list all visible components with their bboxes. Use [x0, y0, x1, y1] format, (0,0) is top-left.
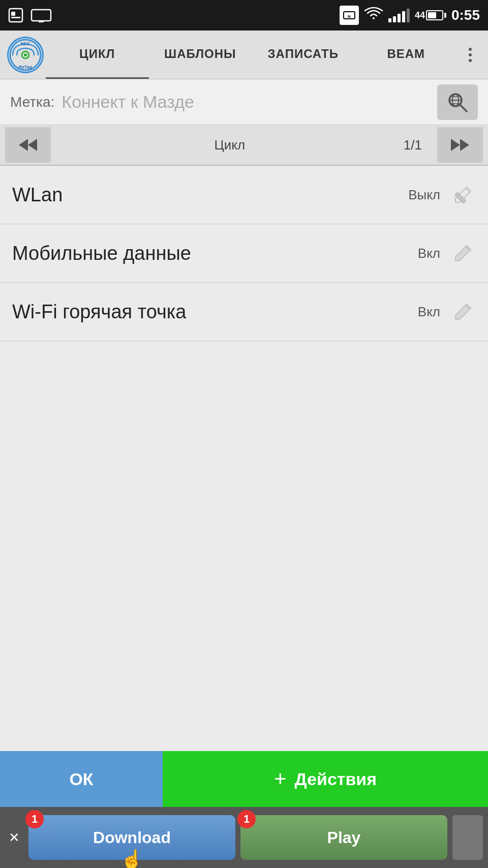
- status-left-icons: [8, 8, 52, 23]
- nav-tabs: ЦИКЛ ШАБЛОНЫ ЗАПИСАТЬ BEAM: [46, 31, 458, 79]
- label-value: Коннект к Мазде: [62, 92, 437, 112]
- status-bar: N 44 0:55: [0, 0, 488, 31]
- item-status-wlan: Выкл: [408, 187, 440, 203]
- svg-marker-20: [451, 139, 460, 151]
- item-name-hotspot: Wi-Fi горячая точка: [12, 301, 418, 323]
- tab-cycle[interactable]: ЦИКЛ: [46, 31, 149, 79]
- close-button[interactable]: ✕: [5, 828, 23, 847]
- svg-line-13: [460, 105, 467, 111]
- download-badge: 1: [25, 810, 44, 828]
- nfc-inner-icon: N: [343, 9, 356, 22]
- nav-bar: ReTag NFC ЦИКЛ ШАБЛОНЫ ЗАПИСАТЬ BEAM: [0, 31, 488, 79]
- screen-icon: [30, 8, 52, 23]
- download-bar: ✕ 1 Download ☝ 1 Play: [0, 807, 488, 868]
- sim-icon: [8, 8, 26, 23]
- item-status-mobile: Вкл: [418, 246, 440, 261]
- svg-marker-21: [460, 139, 469, 151]
- battery-icon: 44: [415, 10, 446, 21]
- status-time: 0:55: [451, 7, 480, 23]
- pencil-icon: [452, 184, 474, 205]
- items-list: WLan Выкл Мобильные данные Вкл: [0, 166, 488, 446]
- edit-mobile-button[interactable]: [450, 241, 476, 266]
- more-menu-button[interactable]: [458, 31, 483, 79]
- plus-icon: +: [274, 767, 287, 791]
- prev-icon: [18, 137, 38, 153]
- next-icon: [450, 137, 470, 153]
- edit-hotspot-button[interactable]: [450, 299, 476, 324]
- search-button[interactable]: [437, 84, 478, 120]
- logo-svg: ReTag NFC: [9, 38, 42, 72]
- extra-button[interactable]: [452, 815, 483, 860]
- play-label: Play: [327, 828, 361, 847]
- play-button[interactable]: 1 Play: [240, 815, 447, 860]
- label-prefix: Метка:: [10, 94, 54, 110]
- cycle-next-button[interactable]: [437, 127, 483, 163]
- svg-rect-1: [11, 12, 15, 16]
- bottom-buttons: ОК + Действия: [0, 751, 488, 807]
- tab-templates[interactable]: ШАБЛОНЫ: [149, 31, 252, 79]
- nfc-status-icon: N: [340, 6, 359, 25]
- tab-write[interactable]: ЗАПИСАТЬ: [252, 31, 355, 79]
- svg-point-9: [24, 53, 27, 56]
- list-item: Мобильные данные Вкл: [0, 224, 488, 283]
- item-name-mobile: Мобильные данные: [12, 243, 418, 264]
- svg-marker-18: [28, 139, 37, 151]
- wifi-icon: [364, 6, 383, 25]
- tab-beam[interactable]: BEAM: [355, 31, 458, 79]
- play-badge: 1: [237, 810, 256, 828]
- empty-area: [0, 446, 488, 751]
- download-label: Download: [93, 828, 171, 847]
- actions-button[interactable]: + Действия: [163, 751, 488, 807]
- item-status-hotspot: Вкл: [418, 304, 440, 320]
- status-right-icons: N 44 0:55: [340, 6, 480, 25]
- svg-rect-3: [32, 10, 51, 21]
- download-button[interactable]: 1 Download ☝: [28, 815, 235, 860]
- cycle-prev-button[interactable]: [5, 127, 51, 163]
- svg-rect-0: [9, 9, 22, 22]
- cursor-icon: ☝: [120, 849, 143, 868]
- svg-text:ReTag: ReTag: [19, 65, 33, 70]
- svg-rect-2: [11, 17, 20, 18]
- edit-wlan-button[interactable]: [450, 182, 476, 207]
- dot3: [469, 59, 472, 62]
- signal-bars-icon: [388, 8, 410, 22]
- dot1: [469, 48, 472, 51]
- ok-button[interactable]: ОК: [0, 751, 163, 807]
- cycle-label: Цикл: [56, 137, 404, 153]
- list-item: Wi-Fi горячая точка Вкл: [0, 283, 488, 341]
- search-icon: [445, 90, 470, 114]
- label-area: Метка: Коннект к Мазде: [0, 79, 488, 125]
- pencil-icon-3: [452, 301, 474, 322]
- dot2: [469, 53, 472, 56]
- svg-rect-4: [39, 21, 44, 22]
- svg-text:NFC: NFC: [21, 41, 30, 46]
- wifi-signal-icon: [364, 6, 383, 21]
- list-item: WLan Выкл: [0, 166, 488, 224]
- cycle-count: 1/1: [404, 137, 422, 153]
- svg-marker-19: [19, 139, 28, 151]
- item-name-wlan: WLan: [12, 184, 408, 206]
- app-logo: ReTag NFC: [5, 35, 46, 75]
- pencil-icon-2: [452, 243, 474, 264]
- cycle-bar: Цикл 1/1: [0, 125, 488, 166]
- svg-text:N: N: [348, 14, 351, 19]
